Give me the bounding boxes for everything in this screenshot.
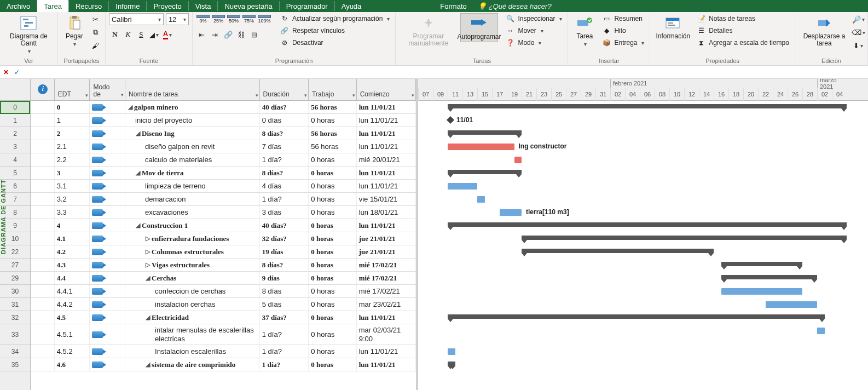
cell-work[interactable]: 0 horas xyxy=(309,232,356,245)
summary-bar[interactable] xyxy=(448,170,522,174)
deactivate-button[interactable]: ⊘Desactivar xyxy=(278,37,392,48)
outline-toggle[interactable]: ▷ xyxy=(145,248,151,255)
row-number[interactable]: 29 xyxy=(0,272,30,285)
row-number[interactable]: 5 xyxy=(0,167,30,180)
cell-name[interactable]: diseño galpon en revit xyxy=(125,140,260,153)
cell-name[interactable]: Instalacion escalerillas xyxy=(125,345,260,358)
task-bar[interactable] xyxy=(448,348,455,355)
font-name-select[interactable]: Calibri▾ xyxy=(109,13,164,25)
row-number[interactable]: 27 xyxy=(0,259,30,272)
col-start[interactable]: Comienzo▾ xyxy=(357,79,416,100)
copy-button[interactable]: ⧉ xyxy=(90,26,102,38)
cell-duration[interactable]: 1 día? xyxy=(260,358,309,371)
cell-mode[interactable] xyxy=(90,285,125,297)
cell-mode[interactable] xyxy=(90,245,125,258)
col-duration[interactable]: Duración▾ xyxy=(260,79,309,100)
cell-start[interactable]: jue 21/01/21 xyxy=(357,245,416,258)
respect-links-button[interactable]: 🔗Respetar vínculos xyxy=(278,25,392,36)
col-work[interactable]: Trabajo▾ xyxy=(309,79,357,100)
table-row[interactable]: 4◢Construccion 140 días?0 horaslun 11/01… xyxy=(31,219,416,232)
row-number[interactable]: 30 xyxy=(0,285,30,298)
cell-work[interactable]: 0 horas xyxy=(309,114,357,127)
cell-mode[interactable] xyxy=(90,345,125,358)
cell-work[interactable]: 0 horas xyxy=(309,180,356,192)
cell-start[interactable]: lun 11/01/21 xyxy=(357,127,416,140)
cell-duration[interactable]: 37 días? xyxy=(260,311,309,324)
fill-button[interactable]: ⬇▾ xyxy=(852,39,864,51)
mode-button[interactable]: ❓Modo▾ xyxy=(504,37,564,48)
cell-start[interactable]: mar 02/03/21 9:00 xyxy=(357,324,416,345)
cell-edt[interactable]: 3 xyxy=(55,167,90,179)
cell-duration[interactable]: 5 días xyxy=(260,298,309,311)
font-color-button[interactable]: A▾ xyxy=(161,28,173,41)
cell-work[interactable]: 0 horas xyxy=(309,272,356,284)
cell-work[interactable]: 0 horas xyxy=(309,311,356,324)
cell-name[interactable]: ◢Cerchas xyxy=(125,272,260,284)
cell-start[interactable]: lun 11/01/21 xyxy=(357,311,416,324)
cell-work[interactable]: 0 horas xyxy=(309,167,357,179)
cell-mode[interactable] xyxy=(90,167,125,179)
cell-work[interactable]: 0 horas xyxy=(309,298,356,311)
summary-bar[interactable] xyxy=(448,104,847,108)
cell-edt[interactable]: 4.4.1 xyxy=(55,285,90,297)
table-row[interactable]: 2.2calculo de materiales1 día?0 horasmié… xyxy=(31,153,416,167)
cell-edt[interactable]: 4.5.2 xyxy=(55,345,90,358)
task-bar[interactable] xyxy=(514,157,522,163)
outline-toggle[interactable]: ◢ xyxy=(135,169,141,176)
cell-edt[interactable]: 1 xyxy=(55,114,90,127)
pct-75[interactable]: 75% xyxy=(242,13,256,25)
pct-100[interactable]: 100% xyxy=(257,13,271,25)
outline-toggle[interactable]: ◢ xyxy=(135,222,141,229)
cell-edt[interactable]: 4.5 xyxy=(55,311,90,324)
summary-bar[interactable] xyxy=(721,262,803,266)
cell-edt[interactable]: 4.4 xyxy=(55,272,90,284)
cell-work[interactable]: 0 horas xyxy=(309,285,356,297)
table-row[interactable]: 2.1diseño galpon en revit7 días56 horasl… xyxy=(31,140,416,153)
cell-mode[interactable] xyxy=(90,206,125,219)
cell-start[interactable]: lun 18/01/21 xyxy=(357,206,416,219)
summary-bar[interactable] xyxy=(522,249,714,253)
cell-edt[interactable]: 0 xyxy=(55,101,90,113)
table-row[interactable]: 0◢galpon minero40 días?56 horaslun 11/01… xyxy=(31,101,416,114)
cell-name[interactable]: ◢sistema de aire comprimido xyxy=(125,358,260,371)
table-row[interactable]: 4.5.1intalar mensulas de escalerillas el… xyxy=(31,324,416,345)
cell-duration[interactable]: 8 días? xyxy=(260,167,309,179)
outline-toggle[interactable]: ◢ xyxy=(135,130,141,137)
cell-mode[interactable] xyxy=(90,180,125,192)
table-row[interactable]: 3.1limpieza de terreno4 días0 horaslun 1… xyxy=(31,180,416,193)
cell-duration[interactable]: 1 día? xyxy=(260,324,309,345)
cell-mode[interactable] xyxy=(90,114,125,127)
col-edt[interactable]: EDT▾ xyxy=(55,79,90,100)
outline-toggle[interactable]: ▷ xyxy=(145,235,151,242)
cell-edt[interactable]: 2 xyxy=(55,127,90,140)
cell-work[interactable]: 0 horas xyxy=(309,219,357,232)
menu-nueva-pestaña[interactable]: Nueva pestaña xyxy=(218,0,279,12)
cell-name[interactable]: calculo de materiales xyxy=(125,153,260,166)
pct-50[interactable]: 50% xyxy=(227,13,241,25)
outline-toggle[interactable]: ◢ xyxy=(145,361,151,368)
cell-start[interactable]: lun 11/01/21 xyxy=(357,140,416,153)
table-row[interactable]: 1inicio del proyecto0 días0 horaslun 11/… xyxy=(31,114,416,127)
cell-edt[interactable]: 4.3 xyxy=(55,259,90,271)
cell-edt[interactable]: 3.3 xyxy=(55,206,90,219)
tell-me-search[interactable]: 💡¿Qué desea hacer? xyxy=(478,0,552,12)
menu-proyecto[interactable]: Proyecto xyxy=(147,0,188,12)
row-number[interactable]: 2 xyxy=(0,127,30,140)
table-row[interactable]: 4.4.2instalacion cerchas5 días0 horasmar… xyxy=(31,298,416,311)
table-row[interactable]: 3◢Mov de tierra8 días?0 horaslun 11/01/2… xyxy=(31,167,416,180)
cell-work[interactable]: 56 horas xyxy=(309,127,357,140)
table-row[interactable]: 3.2demarcacion1 día?0 horasvie 15/01/21 xyxy=(31,193,416,206)
cell-work[interactable]: 0 horas xyxy=(309,245,356,258)
menu-tarea[interactable]: Tarea xyxy=(37,0,68,12)
cell-duration[interactable]: 32 días? xyxy=(260,232,309,245)
cancel-entry-button[interactable]: ✕ xyxy=(3,68,9,76)
col-info[interactable]: i xyxy=(31,79,55,100)
cell-mode[interactable] xyxy=(90,193,125,205)
task-bar[interactable] xyxy=(448,144,514,150)
menu-programador[interactable]: Programador xyxy=(280,0,334,12)
summary-button[interactable]: ▭Resumen xyxy=(600,13,646,24)
cell-edt[interactable]: 3.2 xyxy=(55,193,90,205)
cell-duration[interactable]: 19 días xyxy=(260,245,309,258)
cell-edt[interactable]: 4 xyxy=(55,219,90,232)
table-row[interactable]: 4.4◢Cerchas9 días0 horasmié 17/02/21 xyxy=(31,272,416,285)
